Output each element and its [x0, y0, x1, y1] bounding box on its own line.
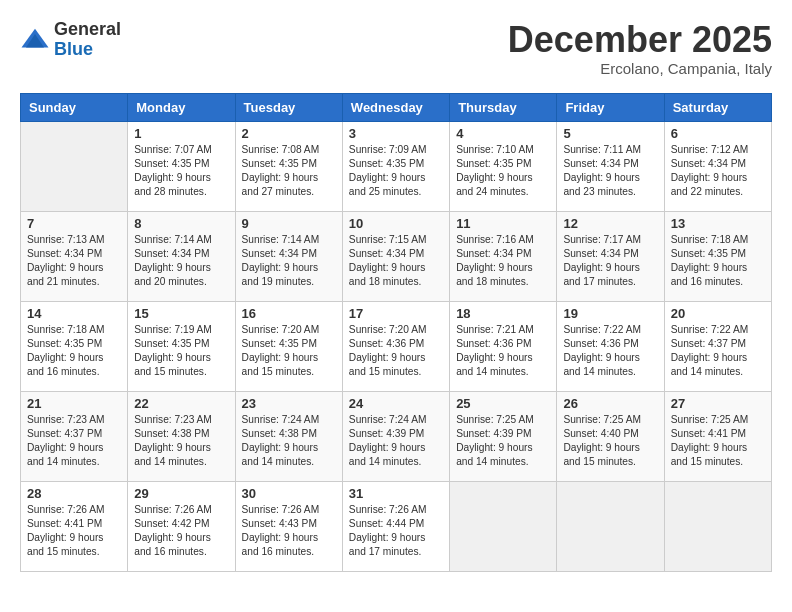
day-info: Sunrise: 7:20 AMSunset: 4:36 PMDaylight:… — [349, 323, 443, 380]
day-info: Sunrise: 7:20 AMSunset: 4:35 PMDaylight:… — [242, 323, 336, 380]
day-info: Sunrise: 7:19 AMSunset: 4:35 PMDaylight:… — [134, 323, 228, 380]
calendar-cell: 22Sunrise: 7:23 AMSunset: 4:38 PMDayligh… — [128, 391, 235, 481]
calendar-cell: 19Sunrise: 7:22 AMSunset: 4:36 PMDayligh… — [557, 301, 664, 391]
logo-general-text: General — [54, 20, 121, 40]
day-number: 6 — [671, 126, 765, 141]
calendar-cell: 9Sunrise: 7:14 AMSunset: 4:34 PMDaylight… — [235, 211, 342, 301]
weekday-header-friday: Friday — [557, 93, 664, 121]
calendar-cell: 25Sunrise: 7:25 AMSunset: 4:39 PMDayligh… — [450, 391, 557, 481]
day-info: Sunrise: 7:18 AMSunset: 4:35 PMDaylight:… — [671, 233, 765, 290]
day-info: Sunrise: 7:25 AMSunset: 4:39 PMDaylight:… — [456, 413, 550, 470]
day-info: Sunrise: 7:22 AMSunset: 4:36 PMDaylight:… — [563, 323, 657, 380]
calendar-cell — [21, 121, 128, 211]
calendar-table: SundayMondayTuesdayWednesdayThursdayFrid… — [20, 93, 772, 572]
week-row-3: 14Sunrise: 7:18 AMSunset: 4:35 PMDayligh… — [21, 301, 772, 391]
day-number: 24 — [349, 396, 443, 411]
day-info: Sunrise: 7:12 AMSunset: 4:34 PMDaylight:… — [671, 143, 765, 200]
day-number: 8 — [134, 216, 228, 231]
calendar-cell: 11Sunrise: 7:16 AMSunset: 4:34 PMDayligh… — [450, 211, 557, 301]
calendar-cell: 30Sunrise: 7:26 AMSunset: 4:43 PMDayligh… — [235, 481, 342, 571]
weekday-header-row: SundayMondayTuesdayWednesdayThursdayFrid… — [21, 93, 772, 121]
day-info: Sunrise: 7:18 AMSunset: 4:35 PMDaylight:… — [27, 323, 121, 380]
calendar-cell: 17Sunrise: 7:20 AMSunset: 4:36 PMDayligh… — [342, 301, 449, 391]
calendar-cell: 31Sunrise: 7:26 AMSunset: 4:44 PMDayligh… — [342, 481, 449, 571]
calendar-cell — [557, 481, 664, 571]
calendar-cell: 3Sunrise: 7:09 AMSunset: 4:35 PMDaylight… — [342, 121, 449, 211]
day-info: Sunrise: 7:11 AMSunset: 4:34 PMDaylight:… — [563, 143, 657, 200]
logo-icon — [20, 25, 50, 55]
calendar-cell: 15Sunrise: 7:19 AMSunset: 4:35 PMDayligh… — [128, 301, 235, 391]
day-number: 15 — [134, 306, 228, 321]
calendar-cell: 23Sunrise: 7:24 AMSunset: 4:38 PMDayligh… — [235, 391, 342, 481]
page-header: General Blue December 2025 Ercolano, Cam… — [20, 20, 772, 77]
calendar-cell: 14Sunrise: 7:18 AMSunset: 4:35 PMDayligh… — [21, 301, 128, 391]
day-number: 28 — [27, 486, 121, 501]
day-number: 26 — [563, 396, 657, 411]
day-number: 29 — [134, 486, 228, 501]
day-info: Sunrise: 7:10 AMSunset: 4:35 PMDaylight:… — [456, 143, 550, 200]
weekday-header-saturday: Saturday — [664, 93, 771, 121]
day-number: 31 — [349, 486, 443, 501]
week-row-2: 7Sunrise: 7:13 AMSunset: 4:34 PMDaylight… — [21, 211, 772, 301]
location: Ercolano, Campania, Italy — [508, 60, 772, 77]
calendar-cell: 16Sunrise: 7:20 AMSunset: 4:35 PMDayligh… — [235, 301, 342, 391]
day-info: Sunrise: 7:21 AMSunset: 4:36 PMDaylight:… — [456, 323, 550, 380]
day-number: 2 — [242, 126, 336, 141]
title-block: December 2025 Ercolano, Campania, Italy — [508, 20, 772, 77]
day-number: 9 — [242, 216, 336, 231]
day-info: Sunrise: 7:09 AMSunset: 4:35 PMDaylight:… — [349, 143, 443, 200]
day-number: 19 — [563, 306, 657, 321]
day-info: Sunrise: 7:17 AMSunset: 4:34 PMDaylight:… — [563, 233, 657, 290]
day-info: Sunrise: 7:25 AMSunset: 4:40 PMDaylight:… — [563, 413, 657, 470]
calendar-cell — [450, 481, 557, 571]
day-number: 18 — [456, 306, 550, 321]
day-number: 27 — [671, 396, 765, 411]
day-number: 16 — [242, 306, 336, 321]
day-info: Sunrise: 7:22 AMSunset: 4:37 PMDaylight:… — [671, 323, 765, 380]
day-info: Sunrise: 7:25 AMSunset: 4:41 PMDaylight:… — [671, 413, 765, 470]
calendar-cell: 29Sunrise: 7:26 AMSunset: 4:42 PMDayligh… — [128, 481, 235, 571]
calendar-cell — [664, 481, 771, 571]
day-info: Sunrise: 7:26 AMSunset: 4:44 PMDaylight:… — [349, 503, 443, 560]
day-number: 4 — [456, 126, 550, 141]
calendar-cell: 18Sunrise: 7:21 AMSunset: 4:36 PMDayligh… — [450, 301, 557, 391]
day-info: Sunrise: 7:26 AMSunset: 4:43 PMDaylight:… — [242, 503, 336, 560]
day-number: 21 — [27, 396, 121, 411]
day-info: Sunrise: 7:26 AMSunset: 4:41 PMDaylight:… — [27, 503, 121, 560]
day-info: Sunrise: 7:26 AMSunset: 4:42 PMDaylight:… — [134, 503, 228, 560]
calendar-cell: 20Sunrise: 7:22 AMSunset: 4:37 PMDayligh… — [664, 301, 771, 391]
weekday-header-thursday: Thursday — [450, 93, 557, 121]
day-number: 17 — [349, 306, 443, 321]
calendar-cell: 27Sunrise: 7:25 AMSunset: 4:41 PMDayligh… — [664, 391, 771, 481]
week-row-4: 21Sunrise: 7:23 AMSunset: 4:37 PMDayligh… — [21, 391, 772, 481]
calendar-cell: 2Sunrise: 7:08 AMSunset: 4:35 PMDaylight… — [235, 121, 342, 211]
calendar-cell: 12Sunrise: 7:17 AMSunset: 4:34 PMDayligh… — [557, 211, 664, 301]
day-number: 23 — [242, 396, 336, 411]
day-info: Sunrise: 7:23 AMSunset: 4:37 PMDaylight:… — [27, 413, 121, 470]
weekday-header-tuesday: Tuesday — [235, 93, 342, 121]
month-title: December 2025 — [508, 20, 772, 60]
day-info: Sunrise: 7:23 AMSunset: 4:38 PMDaylight:… — [134, 413, 228, 470]
week-row-5: 28Sunrise: 7:26 AMSunset: 4:41 PMDayligh… — [21, 481, 772, 571]
day-number: 3 — [349, 126, 443, 141]
day-number: 25 — [456, 396, 550, 411]
day-number: 5 — [563, 126, 657, 141]
calendar-cell: 5Sunrise: 7:11 AMSunset: 4:34 PMDaylight… — [557, 121, 664, 211]
day-number: 30 — [242, 486, 336, 501]
calendar-cell: 7Sunrise: 7:13 AMSunset: 4:34 PMDaylight… — [21, 211, 128, 301]
day-info: Sunrise: 7:15 AMSunset: 4:34 PMDaylight:… — [349, 233, 443, 290]
day-info: Sunrise: 7:14 AMSunset: 4:34 PMDaylight:… — [242, 233, 336, 290]
logo-blue-text: Blue — [54, 40, 121, 60]
day-number: 14 — [27, 306, 121, 321]
day-number: 10 — [349, 216, 443, 231]
day-info: Sunrise: 7:24 AMSunset: 4:39 PMDaylight:… — [349, 413, 443, 470]
calendar-cell: 26Sunrise: 7:25 AMSunset: 4:40 PMDayligh… — [557, 391, 664, 481]
calendar-cell: 28Sunrise: 7:26 AMSunset: 4:41 PMDayligh… — [21, 481, 128, 571]
calendar-cell: 4Sunrise: 7:10 AMSunset: 4:35 PMDaylight… — [450, 121, 557, 211]
day-number: 12 — [563, 216, 657, 231]
day-info: Sunrise: 7:08 AMSunset: 4:35 PMDaylight:… — [242, 143, 336, 200]
weekday-header-monday: Monday — [128, 93, 235, 121]
logo: General Blue — [20, 20, 121, 60]
calendar-cell: 6Sunrise: 7:12 AMSunset: 4:34 PMDaylight… — [664, 121, 771, 211]
calendar-cell: 1Sunrise: 7:07 AMSunset: 4:35 PMDaylight… — [128, 121, 235, 211]
